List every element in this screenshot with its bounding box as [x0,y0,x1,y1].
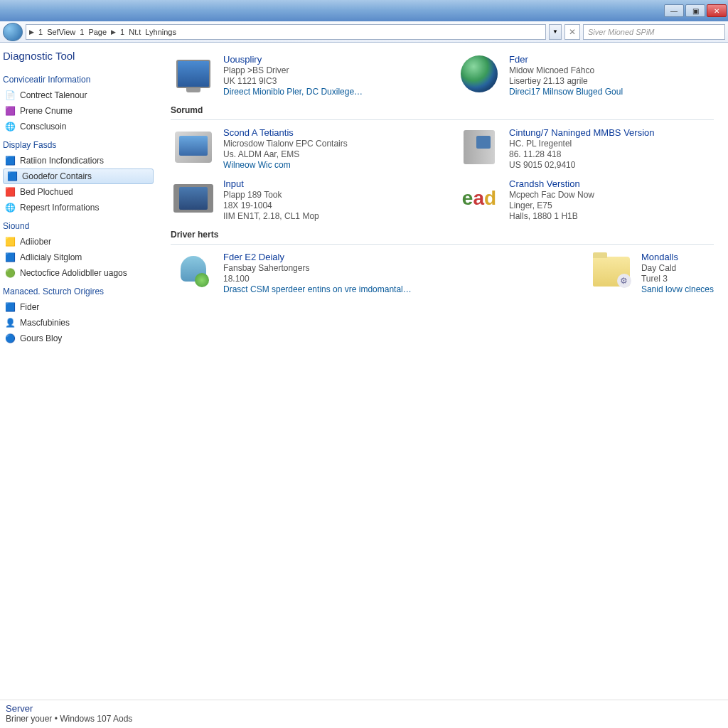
database-icon [171,252,216,291]
sidebar-item[interactable]: 📄Contrect Talenour [0,87,156,103]
tile-link[interactable]: Drasct CSM sperdeer entins on vre imdoma… [223,284,412,294]
document-icon: 📄 [4,90,16,101]
tile-line: 18X 19-1004 [223,200,319,210]
tile-link[interactable]: Sanid lovw clneces [641,284,714,294]
sidebar-item[interactable]: 🟥Bed Plochued [0,184,156,200]
tile-link[interactable]: Wilneow Wic com [223,160,348,170]
clear-button[interactable]: ✕ [564,24,580,40]
sidebar-item[interactable]: 🟨Adiiober [0,234,156,250]
chevron-right-icon: ▶ [111,28,116,36]
sidebar-item[interactable]: 👤Mascfubinies [0,315,156,331]
globe-icon [456,54,502,94]
tile-title[interactable]: Crandsh Verstion [509,178,594,189]
sidebar-item-label: Adiiober [20,237,51,247]
sidebar: Diagnostic Tool Conviceatir Information … [0,43,156,700]
crumb[interactable]: Page [88,28,107,36]
sidebar-item[interactable]: 🔵Gours Bloy [0,331,156,346]
sidebar-heading[interactable]: Siound [0,215,156,234]
info-tile: Input Plapp 189 Took 18X 19-1004 IIM EN1… [171,176,428,224]
sidebar-item-label: Bed Plochued [20,187,73,197]
info-tile: Cintung/7 Naninged MMBS Version HC. PL I… [456,124,714,173]
tile-line: HC. PL Iregentel [509,139,655,149]
tile-line: IIM EN1T, 2.18, CL1 Mop [223,211,319,221]
square-icon: 🟥 [4,186,16,198]
titlebar: — ▣ ✕ [0,0,728,21]
tile-title[interactable]: Input [223,178,319,189]
monitor-icon [171,54,216,94]
sidebar-heading[interactable]: Manaced. Scturch Origires [0,281,156,299]
square-icon: 🟪 [4,105,16,117]
sidebar-item-label: Prene Cnume [20,106,73,116]
toolbar: ▶ 1 SefView 1 Page ▶ 1 Nt.t Lyhnings ▼ ✕… [0,21,728,43]
sidebar-item[interactable]: 🟦Fider [0,299,156,315]
divider [171,244,714,245]
close-button[interactable]: ✕ [707,4,727,17]
sidebar-item-label: Mascfubinies [20,318,70,328]
footer-sep: • [55,714,58,724]
nav-globe-icon[interactable] [3,23,23,41]
sidebar-item[interactable]: 🟢Nectocfice Adolidbller uagos [0,265,156,281]
sidebar-heading[interactable]: Display Fasds [0,134,156,153]
tile-line: Plapp >BS Driver [223,65,363,75]
sidebar-item-label: Goodefor Contairs [22,171,92,181]
section-label: Sorumd [171,105,428,115]
square-icon: 🟨 [4,236,16,247]
address-bar[interactable]: ▶ 1 SefView 1 Page ▶ 1 Nt.t Lyhnings [26,24,546,40]
square-icon: 🟦 [4,252,16,263]
info-tile: Scond A Tetiantis Microsdow Tialonv EPC … [171,124,428,173]
circle-icon: 🟢 [4,267,16,279]
sidebar-item[interactable]: 🟪Prene Cnume [0,103,156,119]
sidebar-item[interactable]: 🟦Adlicialy Sitglom [0,250,156,265]
folder-settings-icon [589,252,634,291]
search-input[interactable]: Siver Mioned SPiM [583,24,725,40]
crumb[interactable]: SefView [47,28,75,36]
content-pane: Uouspliry Plapp >BS Driver UK 1121 9IC3 … [156,43,728,700]
server-icon [456,127,502,167]
tile-line: UK 1121 9IC3 [223,76,363,86]
tile-title[interactable]: Scond A Tetiantis [223,127,348,138]
chevron-right-icon: ▶ [29,28,34,36]
tile-line: Midow Micnoed Fáhco [509,65,623,75]
tile-line: 18.100 [223,274,412,284]
footer: Server Briner youer • Windows 107 Aods [0,700,728,728]
sidebar-heading[interactable]: Conviceatir Information [0,69,156,87]
crumb[interactable]: 1 [80,28,84,36]
minimize-button[interactable]: — [664,4,684,17]
sidebar-item-label: Repesrt Informations [20,203,99,213]
section-label: Driver herts [171,230,428,240]
square-icon: 🟦 [4,155,16,166]
tile-line: Fansbay Sahertongers [223,263,412,273]
tile-line: Mcpech Fac Dow Now [509,190,594,200]
footer-link[interactable]: Windows 107 Aods [60,714,132,724]
crumb[interactable]: Lyhnings [145,28,176,36]
sidebar-item[interactable]: 🌐Repesrt Informations [0,200,156,215]
sidebar-item[interactable]: 🟦Ratiion Incfondicatiors [0,153,156,168]
footer-title: Server [6,703,722,714]
tile-link[interactable]: Direect Mioniblo Pler, DC Duxilege… [223,87,363,97]
footer-text: Briner youer [6,714,52,724]
crumb[interactable]: 1 [38,28,43,36]
sidebar-item[interactable]: 🌐Consclusoin [0,119,156,134]
tile-line: 86. 11.28 418 [509,149,655,159]
crt-monitor-icon [171,127,216,167]
sidebar-item-label: Gours Bloy [20,333,62,343]
tile-title[interactable]: Fder [509,54,623,65]
tile-link[interactable]: Direci17 Milnsow Bluged Goul [509,87,623,97]
maximize-button[interactable]: ▣ [685,4,705,17]
tile-title[interactable]: Uouspliry [223,54,363,65]
tile-line: Microsdow Tialonv EPC Contairs [223,139,348,149]
sidebar-title: Diagnostic Tool [0,50,156,69]
circle-icon: 🔵 [4,333,16,344]
sidebar-item-selected[interactable]: 🟦Goodefor Contairs [3,168,154,184]
address-dropdown[interactable]: ▼ [549,24,562,40]
tile-title[interactable]: Fder E2 Deialy [223,252,412,262]
tile-title[interactable]: Mondalls [641,252,714,262]
tile-line: Lisertiey 21.13 agrile [509,76,623,86]
square-icon: 🟦 [6,171,18,182]
globe-icon: 🌐 [4,202,16,213]
tile-title[interactable]: Cintung/7 Naninged MMBS Version [509,127,655,138]
crumb[interactable]: Nt.t [129,28,141,36]
tile-line: Plapp 189 Took [223,190,319,200]
sidebar-item-label: Adlicialy Sitglom [20,252,82,262]
crumb[interactable]: 1 [120,28,124,36]
